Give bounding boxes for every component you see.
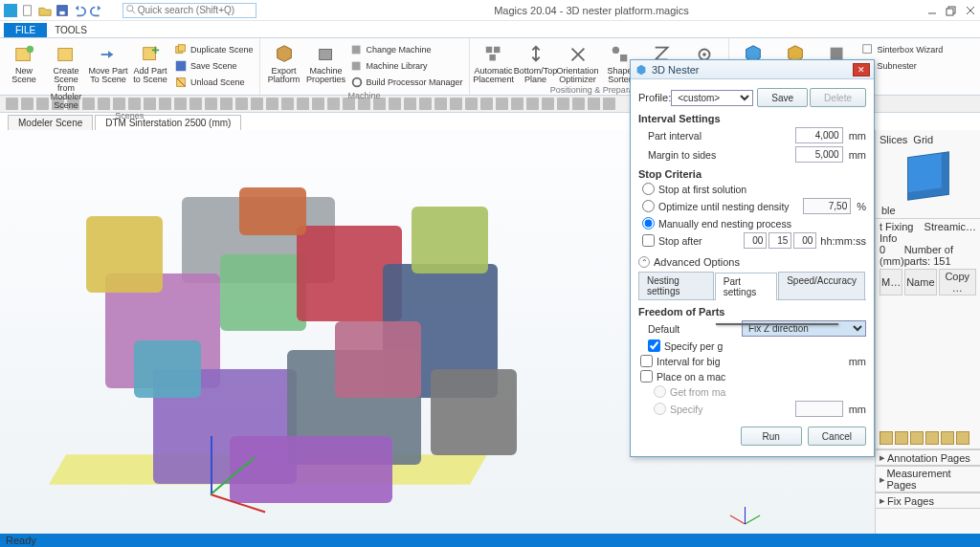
duplicate-scene-button[interactable]: Duplicate Scene [172, 42, 256, 57]
dialog-close-icon[interactable]: ✕ [853, 63, 870, 77]
undo-icon[interactable] [73, 4, 86, 17]
save-scene-button[interactable]: Save Scene [172, 58, 256, 74]
expand-icon[interactable]: ⌃ [638, 256, 650, 268]
tool-icon[interactable] [419, 98, 432, 110]
tool-icon[interactable] [297, 98, 309, 110]
machine-library-button[interactable]: Machine Library [348, 58, 465, 74]
orient-optimizer-button[interactable]: Orientation Optimizer [558, 40, 598, 84]
tool-icon[interactable] [603, 98, 615, 110]
get-from-radio [654, 385, 666, 398]
build-processor-button[interactable]: Build Processor Manager [348, 75, 465, 90]
dialog-icon [635, 63, 648, 77]
interval-big-check[interactable] [640, 355, 653, 367]
run-button[interactable]: Run [741, 427, 802, 446]
parts-table[interactable]: M…NameCopy … [878, 267, 978, 297]
svg-rect-21 [485, 47, 491, 53]
svg-rect-29 [862, 45, 871, 54]
new-scene-button[interactable]: New Scene [4, 40, 44, 110]
machine-props-button[interactable]: Machine Properties [306, 40, 346, 90]
tool-icon[interactable] [450, 98, 462, 110]
titlebar: Magics 20.04 - 3D nester platform.magics [0, 0, 980, 21]
save-icon[interactable] [56, 4, 69, 17]
add-part-button[interactable]: Add Part to Scene [130, 40, 170, 110]
tool-icon[interactable] [572, 98, 585, 110]
stop-first-radio[interactable] [642, 183, 655, 195]
auto-placement-button[interactable]: Automatic Placement [474, 40, 514, 84]
freedom-dropdown[interactable] [716, 323, 838, 325]
stop-after-check[interactable] [642, 234, 655, 247]
profile-delete-button: Delete [810, 88, 866, 107]
redo-icon[interactable] [90, 4, 103, 17]
search-icon [125, 4, 138, 17]
nested-parts [48, 149, 546, 513]
export-platform-button[interactable]: Export Platform [264, 40, 304, 90]
tool-icon[interactable] [526, 98, 539, 110]
svg-line-5 [132, 11, 135, 13]
tool-icon[interactable] [266, 98, 278, 110]
tool-icon[interactable] [496, 98, 508, 110]
tool-icon[interactable] [404, 98, 416, 110]
axis-gizmo[interactable] [729, 493, 760, 524]
profile-save-button[interactable]: Save [757, 88, 808, 107]
fixing-info-tab[interactable]: t Fixing Info [880, 221, 924, 244]
tool-icon[interactable] [327, 98, 340, 110]
tool-icon[interactable] [480, 98, 493, 110]
ss-input[interactable] [793, 232, 816, 249]
open-icon[interactable] [38, 4, 52, 17]
quick-search[interactable] [122, 3, 256, 18]
tool-icon[interactable] [465, 98, 478, 110]
tool-icon[interactable] [312, 98, 324, 110]
svg-rect-19 [351, 62, 360, 71]
fix-pages[interactable]: Fix Pages [887, 495, 934, 507]
menu-tab-tools[interactable]: TOOLS [47, 23, 95, 37]
profile-select[interactable]: <custom> [671, 90, 753, 106]
grid-tab[interactable]: Grid [913, 134, 933, 145]
bottom-top-button[interactable]: Bottom/Top Plane [516, 40, 556, 84]
move-part-button[interactable]: Move Part To Scene [88, 40, 128, 110]
density-input [803, 198, 851, 214]
stop-manual-radio[interactable] [642, 217, 655, 230]
file-tab[interactable]: FILE [4, 23, 47, 37]
part-interval-input[interactable] [795, 127, 843, 143]
slices-tab[interactable]: Slices [880, 134, 907, 145]
tool-icon[interactable] [880, 431, 893, 445]
hh-input[interactable] [744, 232, 767, 249]
collapse-icon[interactable]: ▸ [878, 451, 887, 464]
right-panel: SlicesGrid ble t Fixing InfoStreamic… 0 … [875, 130, 980, 534]
group-machine: Export Platform Machine Properties Chang… [260, 38, 470, 95]
tool-icon[interactable] [511, 98, 523, 110]
tool-icon[interactable] [281, 98, 294, 110]
svg-rect-15 [176, 61, 187, 72]
tab-part[interactable]: Part settings [715, 273, 777, 300]
change-machine-button[interactable]: Change Machine [348, 42, 465, 57]
tool-icon[interactable] [588, 98, 600, 110]
scene-tab-modeler[interactable]: Modeler Scene [8, 115, 93, 130]
close-icon[interactable] [965, 5, 976, 16]
place-machine-check[interactable] [640, 370, 653, 383]
tab-speed[interactable]: Speed/Accuracy [778, 272, 865, 299]
unload-scene-button[interactable]: Unload Scene [172, 75, 256, 90]
new-icon[interactable] [21, 4, 34, 17]
mm-input[interactable] [768, 232, 791, 249]
margin-input[interactable] [795, 146, 843, 163]
streamics-tab[interactable]: Streamic… [924, 221, 976, 244]
tab-nesting[interactable]: Nesting settings [638, 272, 714, 299]
specify-pg-check[interactable] [648, 339, 660, 352]
tool-icon[interactable] [389, 98, 401, 110]
stop-optimize-radio[interactable] [642, 200, 655, 212]
minimize-icon[interactable] [926, 5, 938, 16]
num-parts-label: Number of parts: 151 [904, 244, 976, 267]
tool-icon[interactable] [557, 98, 569, 110]
restore-icon[interactable] [946, 5, 957, 16]
orientation-cube[interactable] [907, 151, 949, 201]
menu-tabs: FILE TOOLS [0, 21, 980, 38]
annotation-pages[interactable]: Annotation Pages [887, 452, 970, 464]
create-scene-button[interactable]: Create Scene from Modeler Scene [46, 40, 86, 110]
cancel-button[interactable]: Cancel [808, 427, 866, 446]
measurement-pages[interactable]: Measurement Pages [886, 468, 978, 491]
sinterbox-button[interactable]: Sinterbox Wizard [859, 42, 946, 57]
tool-icon[interactable] [542, 98, 554, 110]
tool-icon[interactable] [434, 98, 447, 110]
quick-access [4, 4, 103, 17]
search-input[interactable] [138, 5, 254, 15]
